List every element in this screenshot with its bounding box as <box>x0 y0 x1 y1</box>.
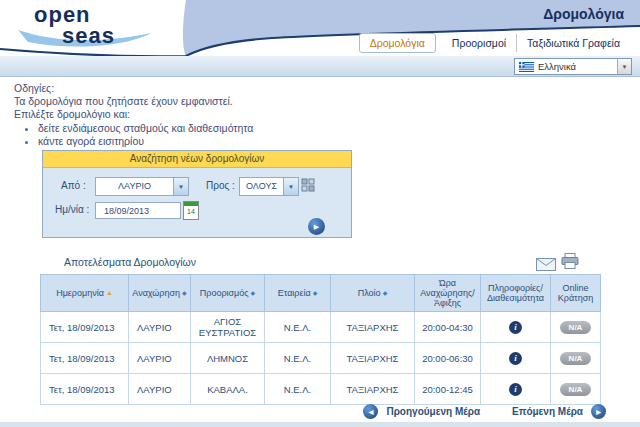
na-badge: N/A <box>560 321 592 334</box>
cell-date: Τετ, 18/09/2013 <box>41 343 129 374</box>
right-arrow-icon: ▶ <box>314 223 319 231</box>
cell-company: Ν.Ε.Λ. <box>265 343 331 374</box>
nav-tabs: Δρομολόγια Προορισμοί Ταξιδιωτικά Γραφεί… <box>359 33 630 53</box>
info-icon[interactable]: i <box>509 321 522 334</box>
cell-departure: ΛΑΥΡΙΟ <box>129 374 191 405</box>
col-header-online-booking: Online Κράτηση <box>551 275 601 312</box>
instructions-block: Οδηγίες: Τα δρομολόγια που ζητήσατε έχου… <box>14 82 253 148</box>
to-value: ΟΛΟΥΣ <box>240 178 283 195</box>
instruction-bullet: κάντε αγορά εισιτηρίου <box>38 135 253 148</box>
sort-icon: ◆ <box>251 290 256 296</box>
col-label: Εταιρεία <box>278 288 311 298</box>
next-day-button[interactable]: ▶ <box>591 404 606 419</box>
print-results-button[interactable] <box>561 253 579 273</box>
from-value: ΛΑΥΡΙΟ <box>96 178 173 195</box>
tab-dromologia[interactable]: Δρομολόγια <box>359 33 436 53</box>
language-value: Ελληνικά <box>538 61 617 72</box>
sort-asc-icon: ▲ <box>106 289 113 296</box>
instructions-line1: Τα δρομολόγια που ζητήσατε έχουν εμφανισ… <box>14 95 253 108</box>
table-row[interactable]: Τετ, 18/09/2013 ΛΑΥΡΙΟ ΛΗΜΝΟΣ Ν.Ε.Λ. ΤΑΞ… <box>41 343 601 374</box>
day-pagination: ◀ Προηγούμενη Μέρα Επόμενη Μέρα ▶ <box>363 404 606 419</box>
language-bar: Ελληνικά ▼ <box>0 56 640 77</box>
left-arrow-icon: ◀ <box>369 408 374 415</box>
cell-online-booking: N/A <box>551 312 601 343</box>
col-header-company[interactable]: Εταιρεία◆ <box>265 275 331 312</box>
date-input[interactable] <box>95 202 181 219</box>
col-label: Online Κράτηση <box>558 283 593 303</box>
from-label: Από : <box>61 180 86 191</box>
table-header-row: Ημερομηνία▲ Αναχώρηση◆ Προορισμός◆ Εταιρ… <box>41 275 601 312</box>
bullet-text: δείτε ενδιάμεσους σταθμούς και διαθεσιμό… <box>38 122 253 134</box>
right-arrow-icon: ▶ <box>596 408 601 415</box>
instructions-line2: Επιλέξτε δρομολόγιο και: <box>14 108 253 121</box>
to-select[interactable]: ΟΛΟΥΣ ▼ <box>239 177 299 196</box>
na-badge: N/A <box>560 352 592 365</box>
table-row[interactable]: Τετ, 18/09/2013 ΛΑΥΡΙΟ ΑΓΙΟΣ ΕΥΣΤΡΑΤΙΟΣ … <box>41 312 601 343</box>
cell-online-booking: N/A <box>551 374 601 405</box>
logo-text-seas: seas <box>62 23 115 49</box>
na-badge: N/A <box>560 383 592 396</box>
col-label: Αναχώρηση <box>132 288 180 298</box>
cell-info: i <box>481 374 551 405</box>
next-day-label[interactable]: Επόμενη Μέρα <box>512 406 583 417</box>
tab-proorismoi[interactable]: Προορισμοί <box>442 34 516 52</box>
instructions-title: Οδηγίες: <box>14 82 253 95</box>
col-label: Ημερομηνία <box>56 288 104 298</box>
cell-ship: ΤΑΞΙΑΡΧΗΣ <box>331 312 415 343</box>
cell-company: Ν.Ε.Λ. <box>265 374 331 405</box>
cell-company: Ν.Ε.Λ. <box>265 312 331 343</box>
from-dropdown-arrow-icon[interactable]: ▼ <box>173 178 188 195</box>
info-icon[interactable]: i <box>509 383 522 396</box>
results-title: Αποτελέσματα Δρομολογίων <box>64 256 196 268</box>
instruction-bullet: δείτε ενδιάμεσους σταθμούς και διαθεσιμό… <box>38 122 253 135</box>
cell-destination: ΚΑΒΑΛΑ. <box>191 374 265 405</box>
col-header-time: Ώρα Αναχώρησης/ Άφιξης <box>415 275 481 312</box>
header-banner: open seas Δρομολόγια Δρομολόγια Προορισμ… <box>0 0 640 56</box>
col-label: Προορισμός <box>200 288 249 298</box>
cell-ship: ΤΑΞΙΑΡΧΗΣ <box>331 343 415 374</box>
col-header-ship[interactable]: Πλοίο◆ <box>331 275 415 312</box>
calendar-day: 14 <box>184 206 198 217</box>
search-go-button[interactable]: ▶ <box>308 218 325 235</box>
instructions-bullets: δείτε ενδιάμεσους σταθμούς και διαθεσιμό… <box>38 122 253 148</box>
cell-time: 20:00-06:30 <box>415 343 481 374</box>
language-select[interactable]: Ελληνικά ▼ <box>514 58 632 75</box>
bullet-text: κάντε αγορά εισιτηρίου <box>38 135 144 147</box>
search-panel: Αναζήτηση νέων δρομολογίων Από : ΛΑΥΡΙΟ … <box>42 150 352 238</box>
sort-icon: ◆ <box>182 290 187 296</box>
cell-ship: ΤΑΞΙΑΡΧΗΣ <box>331 374 415 405</box>
sort-icon: ◆ <box>383 290 388 296</box>
cell-date: Τετ, 18/09/2013 <box>41 374 129 405</box>
envelope-icon <box>536 258 556 271</box>
previous-day-label[interactable]: Προηγούμενη Μέρα <box>386 406 480 417</box>
col-header-date[interactable]: Ημερομηνία▲ <box>41 275 129 312</box>
col-label: Πλοίο <box>358 288 381 298</box>
col-header-departure[interactable]: Αναχώρηση◆ <box>129 275 191 312</box>
email-results-button[interactable] <box>536 257 556 275</box>
col-header-destination[interactable]: Προορισμός◆ <box>191 275 265 312</box>
cell-destination: ΛΗΜΝΟΣ <box>191 343 265 374</box>
cell-departure: ΛΑΥΡΙΟ <box>129 343 191 374</box>
footer-band <box>0 422 640 427</box>
col-header-info: Πληροφορίες/ Διαθεσιμότητα <box>481 275 551 312</box>
cell-online-booking: N/A <box>551 343 601 374</box>
tab-taxidiotika-grafeia[interactable]: Ταξιδιωτικά Γραφεία <box>516 34 630 52</box>
col-label: Ώρα Αναχώρησης/ Άφιξης <box>420 278 475 308</box>
ports-list-icon[interactable] <box>301 178 315 192</box>
chevron-down-icon[interactable]: ▼ <box>617 59 631 74</box>
previous-day-button[interactable]: ◀ <box>363 404 378 419</box>
calendar-icon[interactable]: 14 <box>183 201 199 220</box>
cell-departure: ΛΑΥΡΙΟ <box>129 312 191 343</box>
page-title: Δρομολόγια <box>543 6 624 22</box>
to-dropdown-arrow-icon[interactable]: ▼ <box>283 178 298 195</box>
openseas-logo[interactable]: open seas <box>26 2 166 54</box>
col-label: Πληροφορίες/ Διαθεσιμότητα <box>487 283 544 303</box>
cell-date: Τετ, 18/09/2013 <box>41 312 129 343</box>
search-panel-title: Αναζήτηση νέων δρομολογίων <box>43 151 351 168</box>
info-icon[interactable]: i <box>509 352 522 365</box>
cell-info: i <box>481 312 551 343</box>
table-row[interactable]: Τετ, 18/09/2013 ΛΑΥΡΙΟ ΚΑΒΑΛΑ. Ν.Ε.Λ. ΤΑ… <box>41 374 601 405</box>
from-select[interactable]: ΛΑΥΡΙΟ ▼ <box>95 177 189 196</box>
printer-icon <box>561 253 579 269</box>
cell-info: i <box>481 343 551 374</box>
